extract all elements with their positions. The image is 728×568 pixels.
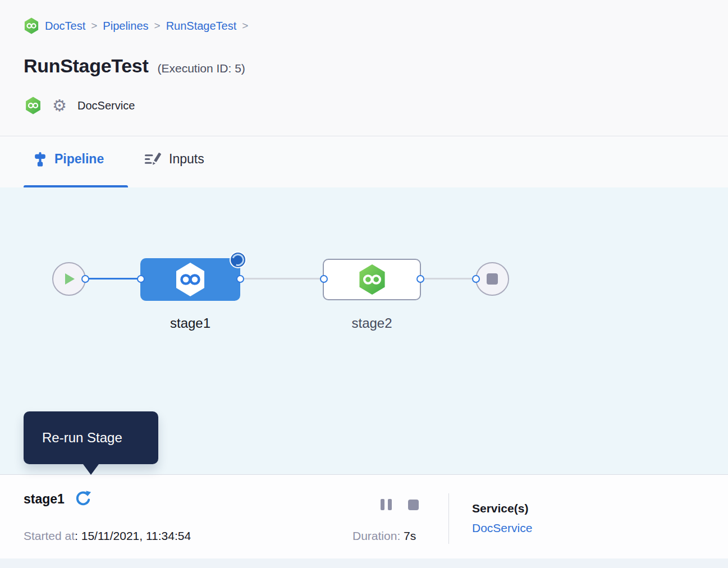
rerun-stage-tooltip-label: Re-run Stage bbox=[42, 430, 122, 446]
port-end-in bbox=[472, 275, 480, 283]
services-label: Service(s) bbox=[472, 502, 528, 515]
stage2-label: stage2 bbox=[323, 315, 421, 331]
service-row: ⚙ DocService bbox=[25, 95, 135, 116]
inputs-tab-icon bbox=[144, 152, 162, 167]
port-stage1-in bbox=[137, 275, 145, 283]
stop-icon bbox=[487, 273, 498, 285]
rerun-stage-tooltip: Re-run Stage bbox=[24, 411, 158, 464]
pipeline-end-node[interactable] bbox=[475, 262, 509, 296]
breadcrumb-pipeline-link[interactable]: RunStageTest bbox=[166, 20, 237, 33]
tab-inputs-label: Inputs bbox=[169, 152, 204, 167]
started-at-line: Started at: 15/11/2021, 11:34:54 bbox=[24, 529, 191, 543]
duration-value: 7s bbox=[404, 529, 416, 542]
rerun-stage-button[interactable] bbox=[74, 490, 92, 508]
selected-stage-row: stage1 bbox=[24, 490, 92, 508]
breadcrumb-separator: > bbox=[242, 20, 248, 32]
breadcrumb-project-link[interactable]: DocTest bbox=[45, 20, 85, 33]
service-link[interactable]: DocService bbox=[472, 521, 532, 535]
breadcrumb-pipelines-link[interactable]: Pipelines bbox=[103, 20, 148, 33]
edge-stage1-to-stage2 bbox=[240, 278, 324, 280]
tab-pipeline-label: Pipeline bbox=[54, 152, 104, 167]
pipeline-tab-icon bbox=[33, 152, 48, 167]
harness-service-icon bbox=[25, 97, 42, 114]
duration-label: Duration: bbox=[352, 529, 400, 542]
breadcrumb-separator: > bbox=[154, 20, 161, 32]
harness-logo-icon bbox=[24, 17, 39, 34]
stage1-node[interactable] bbox=[140, 258, 240, 301]
port-stage1-out bbox=[236, 275, 244, 283]
duration-line: Duration: 7s bbox=[352, 529, 416, 543]
stage2-node[interactable] bbox=[323, 259, 421, 300]
pipeline-execution-page: DocTest > Pipelines > RunStageTest > Run… bbox=[0, 0, 728, 568]
selected-stage-title: stage1 bbox=[24, 492, 65, 507]
edge-start-to-stage1 bbox=[85, 278, 141, 280]
port-stage2-in bbox=[320, 275, 328, 283]
execution-id-label: (Execution ID: 5) bbox=[157, 62, 245, 75]
vertical-divider bbox=[448, 493, 449, 544]
stage-details-bar: stage1 Started at: 15/11/2021, 11:34:54 … bbox=[0, 474, 728, 558]
port-start-out bbox=[81, 275, 89, 283]
edge-stage2-to-end bbox=[420, 278, 476, 280]
stage1-label: stage1 bbox=[140, 315, 240, 331]
pipeline-canvas[interactable]: stage1 stage2 Re-run Stage bbox=[0, 187, 728, 474]
pipeline-start-node[interactable] bbox=[52, 262, 86, 296]
stage1-running-spinner-icon bbox=[230, 251, 246, 268]
stage2-hexagon-icon bbox=[358, 264, 387, 295]
stage1-hexagon-icon bbox=[174, 262, 207, 297]
breadcrumb: DocTest > Pipelines > RunStageTest > bbox=[24, 17, 248, 34]
bottom-strip bbox=[0, 558, 728, 568]
tab-pipeline[interactable]: Pipeline bbox=[33, 152, 104, 167]
port-stage2-out bbox=[416, 275, 424, 283]
page-header: DocTest > Pipelines > RunStageTest > Run… bbox=[0, 0, 728, 136]
stop-button[interactable] bbox=[408, 500, 419, 510]
title-row: RunStageTest (Execution ID: 5) bbox=[24, 55, 245, 77]
started-at-label: Started at bbox=[24, 529, 75, 542]
gear-icon: ⚙ bbox=[52, 98, 67, 114]
breadcrumb-separator: > bbox=[91, 20, 97, 32]
execution-controls bbox=[381, 499, 419, 510]
started-at-value: : 15/11/2021, 11:34:54 bbox=[75, 529, 191, 542]
pause-button[interactable] bbox=[381, 499, 392, 510]
tab-inputs[interactable]: Inputs bbox=[144, 152, 204, 167]
service-name-label: DocService bbox=[77, 99, 135, 112]
tab-bar: Pipeline Inputs bbox=[0, 137, 728, 187]
page-title: RunStageTest bbox=[24, 55, 148, 77]
play-icon bbox=[65, 273, 75, 285]
